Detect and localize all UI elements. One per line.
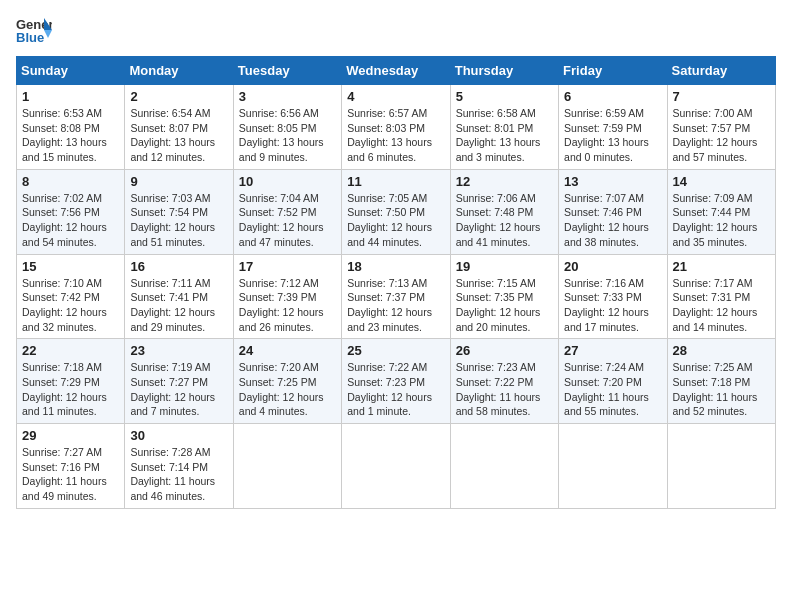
- day-number: 9: [130, 174, 227, 189]
- day-info: Sunrise: 7:00 AM Sunset: 7:57 PM Dayligh…: [673, 106, 770, 165]
- calendar-cell: 3Sunrise: 6:56 AM Sunset: 8:05 PM Daylig…: [233, 85, 341, 170]
- day-info: Sunrise: 7:05 AM Sunset: 7:50 PM Dayligh…: [347, 191, 444, 250]
- calendar-cell: 7Sunrise: 7:00 AM Sunset: 7:57 PM Daylig…: [667, 85, 775, 170]
- day-number: 30: [130, 428, 227, 443]
- day-info: Sunrise: 7:28 AM Sunset: 7:14 PM Dayligh…: [130, 445, 227, 504]
- day-info: Sunrise: 7:17 AM Sunset: 7:31 PM Dayligh…: [673, 276, 770, 335]
- calendar-cell: 23Sunrise: 7:19 AM Sunset: 7:27 PM Dayli…: [125, 339, 233, 424]
- calendar-cell: 6Sunrise: 6:59 AM Sunset: 7:59 PM Daylig…: [559, 85, 667, 170]
- day-info: Sunrise: 6:59 AM Sunset: 7:59 PM Dayligh…: [564, 106, 661, 165]
- day-number: 8: [22, 174, 119, 189]
- header: General Blue: [16, 16, 776, 44]
- day-info: Sunrise: 7:24 AM Sunset: 7:20 PM Dayligh…: [564, 360, 661, 419]
- calendar-cell: [342, 424, 450, 509]
- svg-marker-3: [44, 30, 52, 38]
- calendar-cell: 24Sunrise: 7:20 AM Sunset: 7:25 PM Dayli…: [233, 339, 341, 424]
- day-number: 25: [347, 343, 444, 358]
- calendar-cell: 5Sunrise: 6:58 AM Sunset: 8:01 PM Daylig…: [450, 85, 558, 170]
- day-info: Sunrise: 7:19 AM Sunset: 7:27 PM Dayligh…: [130, 360, 227, 419]
- calendar-week-row: 1Sunrise: 6:53 AM Sunset: 8:08 PM Daylig…: [17, 85, 776, 170]
- calendar-cell: 9Sunrise: 7:03 AM Sunset: 7:54 PM Daylig…: [125, 169, 233, 254]
- calendar-cell: 2Sunrise: 6:54 AM Sunset: 8:07 PM Daylig…: [125, 85, 233, 170]
- day-number: 29: [22, 428, 119, 443]
- day-info: Sunrise: 7:27 AM Sunset: 7:16 PM Dayligh…: [22, 445, 119, 504]
- day-info: Sunrise: 6:58 AM Sunset: 8:01 PM Dayligh…: [456, 106, 553, 165]
- calendar-cell: 8Sunrise: 7:02 AM Sunset: 7:56 PM Daylig…: [17, 169, 125, 254]
- calendar-table: SundayMondayTuesdayWednesdayThursdayFrid…: [16, 56, 776, 509]
- day-number: 12: [456, 174, 553, 189]
- calendar-cell: 18Sunrise: 7:13 AM Sunset: 7:37 PM Dayli…: [342, 254, 450, 339]
- calendar-cell: 26Sunrise: 7:23 AM Sunset: 7:22 PM Dayli…: [450, 339, 558, 424]
- day-number: 16: [130, 259, 227, 274]
- day-info: Sunrise: 7:13 AM Sunset: 7:37 PM Dayligh…: [347, 276, 444, 335]
- calendar-cell: [233, 424, 341, 509]
- day-info: Sunrise: 6:57 AM Sunset: 8:03 PM Dayligh…: [347, 106, 444, 165]
- calendar-cell: 21Sunrise: 7:17 AM Sunset: 7:31 PM Dayli…: [667, 254, 775, 339]
- day-number: 3: [239, 89, 336, 104]
- calendar-cell: 14Sunrise: 7:09 AM Sunset: 7:44 PM Dayli…: [667, 169, 775, 254]
- calendar-header: SundayMondayTuesdayWednesdayThursdayFrid…: [17, 57, 776, 85]
- weekday-header: Saturday: [667, 57, 775, 85]
- day-number: 14: [673, 174, 770, 189]
- weekday-header: Friday: [559, 57, 667, 85]
- weekday-header: Tuesday: [233, 57, 341, 85]
- svg-text:Blue: Blue: [16, 30, 44, 44]
- day-number: 19: [456, 259, 553, 274]
- calendar-cell: 11Sunrise: 7:05 AM Sunset: 7:50 PM Dayli…: [342, 169, 450, 254]
- calendar-cell: 10Sunrise: 7:04 AM Sunset: 7:52 PM Dayli…: [233, 169, 341, 254]
- calendar-cell: [667, 424, 775, 509]
- weekday-header: Wednesday: [342, 57, 450, 85]
- day-info: Sunrise: 7:18 AM Sunset: 7:29 PM Dayligh…: [22, 360, 119, 419]
- calendar-cell: [450, 424, 558, 509]
- calendar-cell: 17Sunrise: 7:12 AM Sunset: 7:39 PM Dayli…: [233, 254, 341, 339]
- calendar-week-row: 8Sunrise: 7:02 AM Sunset: 7:56 PM Daylig…: [17, 169, 776, 254]
- calendar-cell: 13Sunrise: 7:07 AM Sunset: 7:46 PM Dayli…: [559, 169, 667, 254]
- day-number: 1: [22, 89, 119, 104]
- calendar-cell: 22Sunrise: 7:18 AM Sunset: 7:29 PM Dayli…: [17, 339, 125, 424]
- day-number: 6: [564, 89, 661, 104]
- day-number: 21: [673, 259, 770, 274]
- calendar-cell: [559, 424, 667, 509]
- calendar-cell: 29Sunrise: 7:27 AM Sunset: 7:16 PM Dayli…: [17, 424, 125, 509]
- day-info: Sunrise: 7:15 AM Sunset: 7:35 PM Dayligh…: [456, 276, 553, 335]
- day-number: 10: [239, 174, 336, 189]
- day-number: 11: [347, 174, 444, 189]
- day-info: Sunrise: 7:09 AM Sunset: 7:44 PM Dayligh…: [673, 191, 770, 250]
- day-info: Sunrise: 7:03 AM Sunset: 7:54 PM Dayligh…: [130, 191, 227, 250]
- day-info: Sunrise: 7:20 AM Sunset: 7:25 PM Dayligh…: [239, 360, 336, 419]
- day-info: Sunrise: 6:56 AM Sunset: 8:05 PM Dayligh…: [239, 106, 336, 165]
- calendar-cell: 20Sunrise: 7:16 AM Sunset: 7:33 PM Dayli…: [559, 254, 667, 339]
- day-number: 28: [673, 343, 770, 358]
- weekday-header: Sunday: [17, 57, 125, 85]
- day-number: 24: [239, 343, 336, 358]
- day-number: 20: [564, 259, 661, 274]
- day-number: 27: [564, 343, 661, 358]
- day-info: Sunrise: 7:25 AM Sunset: 7:18 PM Dayligh…: [673, 360, 770, 419]
- day-info: Sunrise: 7:11 AM Sunset: 7:41 PM Dayligh…: [130, 276, 227, 335]
- day-info: Sunrise: 7:10 AM Sunset: 7:42 PM Dayligh…: [22, 276, 119, 335]
- calendar-cell: 1Sunrise: 6:53 AM Sunset: 8:08 PM Daylig…: [17, 85, 125, 170]
- calendar-week-row: 15Sunrise: 7:10 AM Sunset: 7:42 PM Dayli…: [17, 254, 776, 339]
- day-number: 17: [239, 259, 336, 274]
- calendar-cell: 27Sunrise: 7:24 AM Sunset: 7:20 PM Dayli…: [559, 339, 667, 424]
- weekday-header: Monday: [125, 57, 233, 85]
- day-info: Sunrise: 7:04 AM Sunset: 7:52 PM Dayligh…: [239, 191, 336, 250]
- day-number: 5: [456, 89, 553, 104]
- logo-icon: General Blue: [16, 16, 52, 44]
- day-info: Sunrise: 7:12 AM Sunset: 7:39 PM Dayligh…: [239, 276, 336, 335]
- day-number: 22: [22, 343, 119, 358]
- day-number: 7: [673, 89, 770, 104]
- day-info: Sunrise: 6:54 AM Sunset: 8:07 PM Dayligh…: [130, 106, 227, 165]
- weekday-header: Thursday: [450, 57, 558, 85]
- day-number: 23: [130, 343, 227, 358]
- day-info: Sunrise: 7:23 AM Sunset: 7:22 PM Dayligh…: [456, 360, 553, 419]
- calendar-cell: 15Sunrise: 7:10 AM Sunset: 7:42 PM Dayli…: [17, 254, 125, 339]
- calendar-cell: 16Sunrise: 7:11 AM Sunset: 7:41 PM Dayli…: [125, 254, 233, 339]
- calendar-cell: 4Sunrise: 6:57 AM Sunset: 8:03 PM Daylig…: [342, 85, 450, 170]
- calendar-cell: 12Sunrise: 7:06 AM Sunset: 7:48 PM Dayli…: [450, 169, 558, 254]
- calendar-cell: 28Sunrise: 7:25 AM Sunset: 7:18 PM Dayli…: [667, 339, 775, 424]
- calendar-cell: 30Sunrise: 7:28 AM Sunset: 7:14 PM Dayli…: [125, 424, 233, 509]
- day-info: Sunrise: 7:16 AM Sunset: 7:33 PM Dayligh…: [564, 276, 661, 335]
- calendar-week-row: 22Sunrise: 7:18 AM Sunset: 7:29 PM Dayli…: [17, 339, 776, 424]
- day-number: 15: [22, 259, 119, 274]
